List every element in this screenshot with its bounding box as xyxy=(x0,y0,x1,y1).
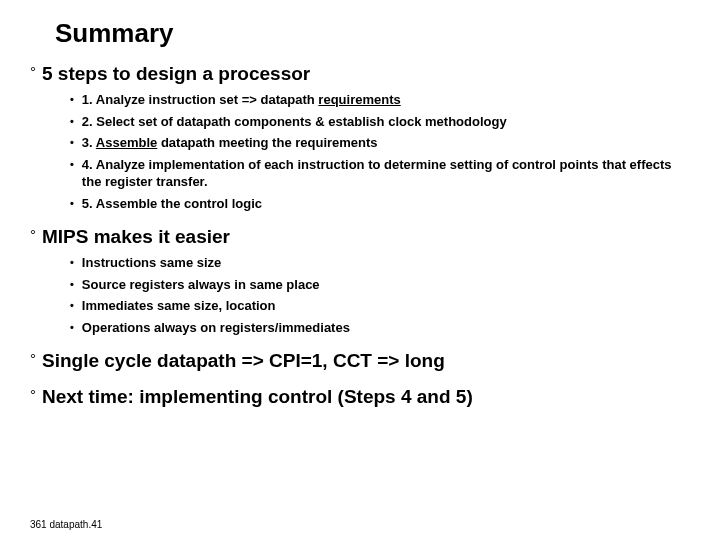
section-1: ° 5 steps to design a processor • 1. Ana… xyxy=(30,63,690,212)
section-2-head: ° MIPS makes it easier xyxy=(30,226,690,248)
list-item-text: 5. Assemble the control logic xyxy=(82,195,262,213)
section-4-text: Next time: implementing control (Steps 4… xyxy=(42,386,473,408)
list-item: • 1. Analyze instruction set => datapath… xyxy=(70,91,690,109)
degree-icon: ° xyxy=(30,350,36,366)
list-item: • 3. Assemble datapath meeting the requi… xyxy=(70,134,690,152)
bullet-icon: • xyxy=(70,113,74,130)
section-1-text: 5 steps to design a processor xyxy=(42,63,310,85)
list-item-text: 3. Assemble datapath meeting the require… xyxy=(82,134,378,152)
slide-title: Summary xyxy=(55,18,690,49)
degree-icon: ° xyxy=(30,386,36,402)
bullet-icon: • xyxy=(70,195,74,212)
section-2-text: MIPS makes it easier xyxy=(42,226,230,248)
list-item-text: Source registers always in same place xyxy=(82,276,320,294)
list-item: • Instructions same size xyxy=(70,254,690,272)
list-item-text: 4. Analyze implementation of each instru… xyxy=(82,156,690,191)
list-item: • 2. Select set of datapath components &… xyxy=(70,113,690,131)
list-item-text: Instructions same size xyxy=(82,254,221,272)
list-item-text: 2. Select set of datapath components & e… xyxy=(82,113,507,131)
bullet-icon: • xyxy=(70,276,74,293)
section-2: ° MIPS makes it easier • Instructions sa… xyxy=(30,226,690,336)
section-4: ° Next time: implementing control (Steps… xyxy=(30,386,690,408)
list-item-text: Operations always on registers/immediate… xyxy=(82,319,350,337)
bullet-icon: • xyxy=(70,91,74,108)
bullet-icon: • xyxy=(70,297,74,314)
section-1-head: ° 5 steps to design a processor xyxy=(30,63,690,85)
section-4-head: ° Next time: implementing control (Steps… xyxy=(30,386,690,408)
section-3-head: ° Single cycle datapath => CPI=1, CCT =>… xyxy=(30,350,690,372)
list-item: • Immediates same size, location xyxy=(70,297,690,315)
degree-icon: ° xyxy=(30,63,36,79)
bullet-icon: • xyxy=(70,134,74,151)
slide-footer: 361 datapath.41 xyxy=(30,519,102,530)
section-2-list: • Instructions same size • Source regist… xyxy=(70,254,690,336)
list-item: • 5. Assemble the control logic xyxy=(70,195,690,213)
bullet-icon: • xyxy=(70,254,74,271)
bullet-icon: • xyxy=(70,319,74,336)
list-item: • Operations always on registers/immedia… xyxy=(70,319,690,337)
bullet-icon: • xyxy=(70,156,74,173)
list-item: • Source registers always in same place xyxy=(70,276,690,294)
list-item: • 4. Analyze implementation of each inst… xyxy=(70,156,690,191)
section-3-text: Single cycle datapath => CPI=1, CCT => l… xyxy=(42,350,445,372)
list-item-text: Immediates same size, location xyxy=(82,297,276,315)
degree-icon: ° xyxy=(30,226,36,242)
section-3: ° Single cycle datapath => CPI=1, CCT =>… xyxy=(30,350,690,372)
section-1-list: • 1. Analyze instruction set => datapath… xyxy=(70,91,690,212)
list-item-text: 1. Analyze instruction set => datapath r… xyxy=(82,91,401,109)
